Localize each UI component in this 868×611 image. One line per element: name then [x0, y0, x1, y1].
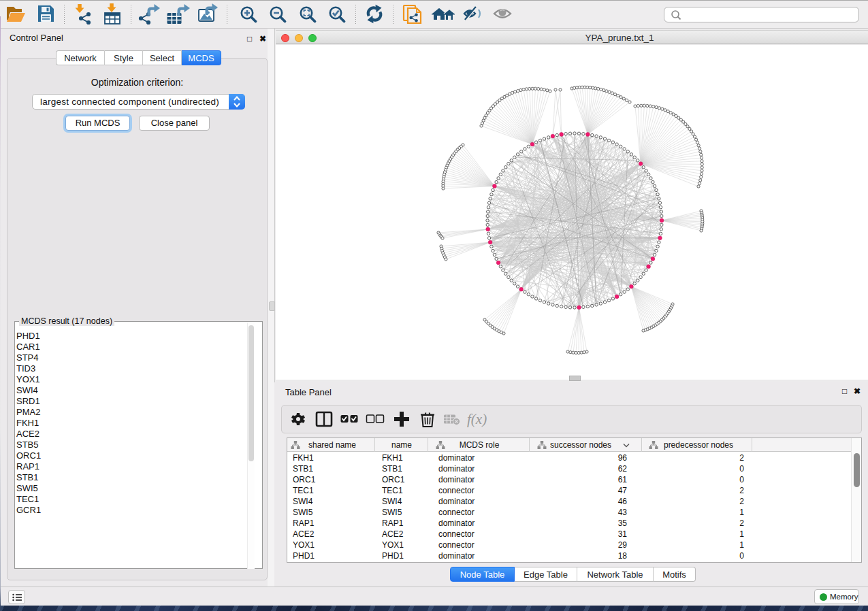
svg-text:f(x): f(x)	[467, 411, 487, 427]
